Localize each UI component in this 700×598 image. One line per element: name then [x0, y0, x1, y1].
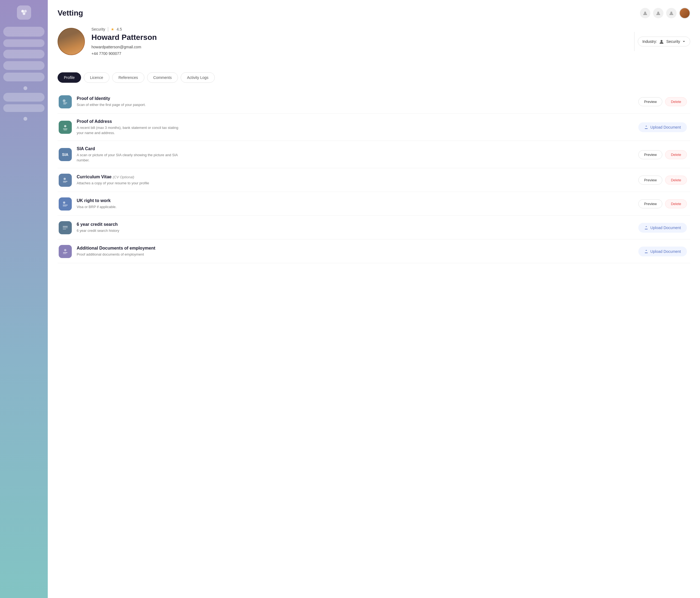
user-avatar[interactable]	[679, 8, 690, 19]
tab-activity-logs[interactable]: Activity Logs	[181, 72, 215, 83]
svg-rect-20	[63, 228, 68, 228]
svg-rect-11	[63, 128, 68, 129]
doc-title: UK right to work	[77, 198, 633, 203]
doc-content-credit: 6 year credit search 6 year credit searc…	[77, 222, 633, 234]
table-row: Proof of Identity Scan of either the fir…	[57, 90, 690, 114]
preview-button[interactable]: Preview	[638, 199, 662, 208]
upload-document-button[interactable]: Upload Document	[638, 122, 687, 132]
doc-title: 6 year credit search	[77, 222, 633, 227]
sidebar-item-5[interactable]	[3, 73, 45, 81]
svg-rect-14	[63, 181, 68, 182]
tab-profile[interactable]: Profile	[57, 72, 81, 83]
delete-button[interactable]: Delete	[665, 97, 687, 106]
preview-button[interactable]: Preview	[638, 97, 662, 106]
doc-icon-proof-identity	[59, 95, 72, 109]
delete-button[interactable]: Delete	[665, 175, 687, 185]
preview-button[interactable]: Preview	[638, 150, 662, 159]
delete-button[interactable]: Delete	[665, 199, 687, 208]
chevron-down-icon	[682, 40, 685, 43]
header-avatar-1[interactable]	[640, 8, 650, 18]
industry-label: Industry:	[643, 39, 657, 44]
svg-point-6	[661, 40, 662, 42]
upload-icon	[644, 249, 648, 254]
sidebar-item-2[interactable]	[3, 39, 45, 47]
logo[interactable]	[17, 5, 31, 20]
svg-point-22	[64, 249, 66, 251]
delete-button[interactable]: Delete	[665, 150, 687, 159]
doc-desc: Proof additional documents of employment	[77, 252, 180, 257]
sidebar-item-6[interactable]	[3, 93, 45, 101]
svg-rect-15	[63, 182, 66, 183]
upload-icon	[644, 125, 648, 129]
tag-divider: |	[107, 26, 109, 32]
svg-rect-8	[63, 103, 67, 103]
svg-point-16	[63, 201, 65, 204]
page-header: Vetting	[57, 8, 690, 19]
header-avatar-2[interactable]	[653, 8, 664, 18]
sidebar-item-7[interactable]	[3, 104, 45, 112]
doc-content-sia: SIA Card A scan or picture of your SIA c…	[77, 146, 633, 163]
sidebar-item-4[interactable]	[3, 61, 45, 70]
profile-name: Howard Patterson	[92, 33, 628, 42]
svg-rect-18	[63, 206, 67, 207]
doc-title: Curriculum Vitae (CV Optional)	[77, 174, 633, 180]
doc-title: Proof of Address	[77, 119, 633, 124]
cv-optional-label: (CV Optional)	[113, 175, 134, 179]
doc-content-employment: Additional Documents of employment Proof…	[77, 246, 633, 257]
doc-actions-proof-identity: Preview Delete	[638, 97, 687, 106]
svg-rect-17	[63, 205, 68, 205]
tab-licence[interactable]: Licence	[84, 72, 109, 83]
profile-card: Security | ★ 4.5 Howard Patterson howard…	[57, 26, 690, 64]
doc-content-proof-identity: Proof of Identity Scan of either the fir…	[77, 96, 633, 107]
vertical-divider	[634, 32, 634, 51]
doc-actions-proof-address: Upload Document	[638, 122, 687, 132]
document-list: Proof of Identity Scan of either the fir…	[57, 90, 690, 263]
main-content: Vetting Security | ★ 4.5 Howar	[48, 0, 700, 598]
doc-desc: A recent bill (max 3 months), bank state…	[77, 125, 180, 136]
sidebar-dot-2	[23, 117, 27, 121]
sidebar-item-1[interactable]	[3, 27, 45, 37]
upload-document-button[interactable]: Upload Document	[638, 223, 687, 233]
svg-rect-19	[63, 226, 68, 226]
doc-desc: Visa or BRP if applicable.	[77, 204, 180, 210]
svg-point-2	[23, 12, 25, 15]
profile-photo	[57, 28, 85, 55]
svg-rect-24	[63, 254, 66, 254]
star-icon: ★	[111, 27, 114, 31]
doc-actions-credit: Upload Document	[638, 223, 687, 233]
tab-references[interactable]: References	[112, 72, 144, 83]
doc-icon-sia: SIA	[59, 148, 72, 161]
doc-title: SIA Card	[77, 146, 633, 151]
doc-title: Additional Documents of employment	[77, 246, 633, 251]
profile-email: howardpatterson@gmail.com +44 7700 90007…	[92, 44, 628, 57]
header-right	[640, 8, 690, 19]
doc-actions-cv: Preview Delete	[638, 175, 687, 185]
doc-desc: Scan of either the first page of your pa…	[77, 102, 180, 107]
security-icon	[659, 39, 664, 44]
doc-icon-cv	[59, 174, 72, 187]
tab-comments[interactable]: Comments	[147, 72, 178, 83]
profile-category: Security	[92, 27, 105, 31]
doc-actions-employment: Upload Document	[638, 246, 687, 256]
header-avatar-3[interactable]	[666, 8, 677, 18]
industry-badge[interactable]: Industry: Security	[638, 37, 690, 46]
doc-icon-proof-address	[59, 121, 72, 134]
doc-desc: A scan or picture of your SIA clearly sh…	[77, 152, 180, 163]
doc-title: Proof of Identity	[77, 96, 633, 101]
upload-icon	[644, 226, 648, 230]
doc-icon-work	[59, 197, 72, 211]
upload-label: Upload Document	[650, 225, 681, 230]
page-title: Vetting	[57, 9, 83, 18]
tabs-bar: Profile Licence References Comments Acti…	[57, 72, 690, 83]
doc-desc: 6 year credit search history	[77, 228, 180, 234]
doc-content-work: UK right to work Visa or BRP if applicab…	[77, 198, 633, 210]
doc-icon-credit	[59, 221, 72, 234]
svg-rect-12	[64, 130, 67, 130]
sidebar-item-3[interactable]	[3, 50, 45, 58]
preview-button[interactable]: Preview	[638, 175, 662, 185]
svg-rect-23	[63, 252, 68, 253]
svg-point-0	[21, 10, 24, 13]
upload-document-button[interactable]: Upload Document	[638, 246, 687, 256]
table-row: 6 year credit search 6 year credit searc…	[57, 216, 690, 239]
upload-label: Upload Document	[650, 125, 681, 129]
